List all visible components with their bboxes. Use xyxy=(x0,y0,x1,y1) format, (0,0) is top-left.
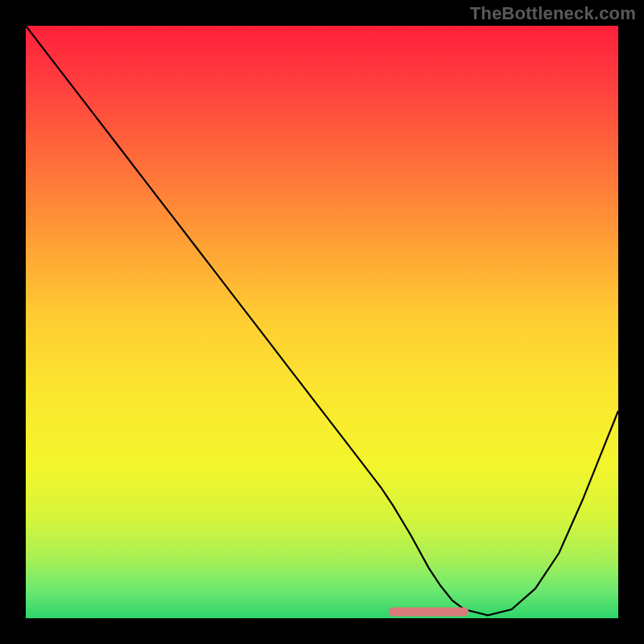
watermark-text: TheBottleneck.com xyxy=(470,3,636,24)
chart-frame: TheBottleneck.com xyxy=(0,0,644,644)
curve-svg xyxy=(26,26,618,618)
plot-area xyxy=(26,26,618,618)
bottleneck-curve-path xyxy=(26,26,618,615)
